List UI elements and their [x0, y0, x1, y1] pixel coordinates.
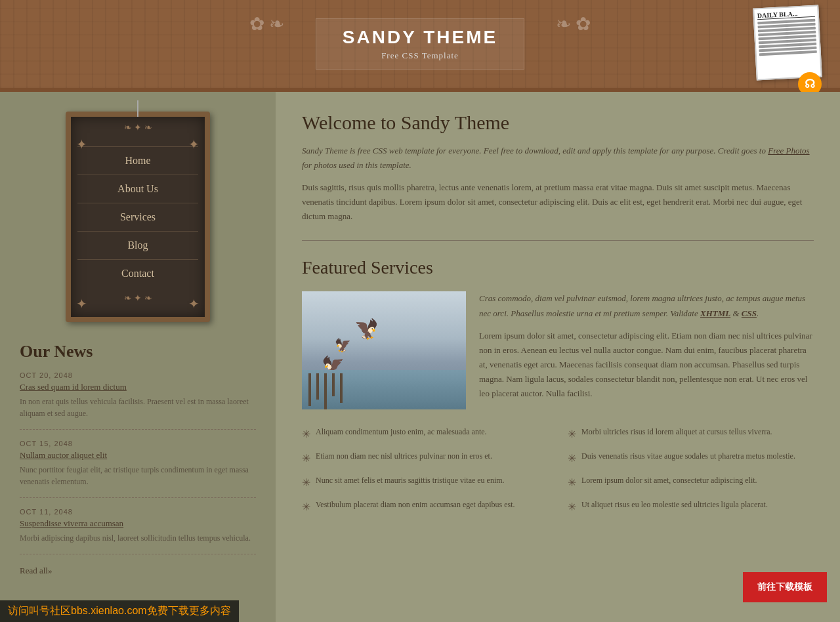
nav-menu-frame: ✦ ✦ ✦ ✦ Home About Us Services Blog Cont…: [66, 112, 210, 322]
xhtml-link[interactable]: XHTML: [700, 308, 730, 318]
news-item-2: OCT 15, 2048 Nullam auctor aliquet elit …: [20, 440, 256, 498]
news-title-2[interactable]: Nullam auctor aliquet elit: [20, 450, 256, 461]
bullet-item-8: ✳ Ut aliquet risus eu leo molestie sed u…: [568, 499, 814, 515]
nav-item-contact[interactable]: Contact: [77, 260, 198, 287]
news-date-2: OCT 15, 2048: [20, 440, 256, 447]
bullet-text-6: Duis venenatis risus vitae augue sodales…: [581, 450, 795, 462]
featured-image: 🦅 🦅 🦅: [302, 291, 466, 409]
bullet-star-7: ✳: [568, 475, 576, 491]
header-title-block: SANDY THEME Free CSS Template: [316, 18, 524, 70]
bullet-text-4: Vestibulum placerat diam non enim accums…: [316, 499, 515, 510]
news-date-3: OCT 11, 2048: [20, 508, 256, 516]
download-button[interactable]: 前往下载模板: [743, 572, 827, 602]
nav-item-about[interactable]: About Us: [77, 175, 198, 203]
bullet-text-3: Nunc sit amet felis et mauris sagittis t…: [316, 474, 505, 486]
bullet-star-5: ✳: [568, 426, 576, 442]
welcome-section: Welcome to Sandy Theme Sandy Theme is fr…: [302, 112, 814, 224]
bullet-item-1: ✳ Aliquam condimentum justo enim, ac mal…: [302, 426, 548, 442]
featured-image-block: 🦅 🦅 🦅: [302, 291, 814, 409]
bullet-item-5: ✳ Morbi ultricies risus id lorem aliquet…: [568, 426, 814, 442]
bullet-grid: ✳ Aliquam condimentum justo enim, ac mal…: [302, 426, 814, 515]
news-date-1: OCT 20, 2048: [20, 371, 256, 379]
bullet-star-8: ✳: [568, 499, 576, 515]
featured-heading: Featured Services: [302, 257, 814, 278]
featured-services-section: Featured Services 🦅 🦅 🦅: [302, 257, 814, 515]
bullet-text-5: Morbi ultricies risus id lorem aliquet a…: [581, 426, 772, 438]
free-photos-link[interactable]: Free Photos: [768, 146, 809, 156]
css-link[interactable]: CSS: [742, 308, 757, 318]
main-wrapper: ✦ ✦ ✦ ✦ Home About Us Services Blog Cont…: [0, 92, 840, 622]
news-excerpt-3: Morbi adipiscing dapibus nisl, laoreet s…: [20, 532, 256, 544]
bullet-star-3: ✳: [302, 475, 310, 491]
bird-1: 🦅: [354, 318, 379, 341]
featured-intro: Cras commodo, diam vel pulvinar euismod,…: [479, 291, 814, 320]
bullet-star-4: ✳: [302, 499, 310, 515]
site-subtitle: Free CSS Template: [343, 51, 497, 61]
bullet-star-6: ✳: [568, 451, 576, 466]
corner-deco-br: ✦: [188, 296, 200, 312]
bird-2: 🦅: [335, 337, 351, 353]
bullet-star-2: ✳: [302, 451, 310, 466]
news-title-1[interactable]: Cras sed quam id lorem dictum: [20, 382, 256, 392]
bullet-item-2: ✳ Etiam non diam nec nisl ultrices pulvi…: [302, 450, 548, 466]
news-excerpt-1: In non erat quis tellus vehicula facilis…: [20, 396, 256, 419]
posts-sim: [308, 373, 343, 409]
site-header: ✿ ❧ SANDY THEME Free CSS Template ❧ ✿ DA…: [0, 0, 840, 92]
bullet-text-1: Aliquam condimentum justo enim, ac males…: [316, 426, 487, 438]
seagull-image: 🦅 🦅 🦅: [302, 291, 466, 409]
nav-item-services[interactable]: Services: [77, 203, 198, 232]
header-deco-right: ❧ ✿: [556, 13, 591, 35]
main-nav: Home About Us Services Blog Contact: [77, 146, 198, 287]
footer-watermark: 访问叫号社区bbs.xienlao.com免费下载更多内容: [0, 600, 239, 622]
menu-bottom-deco: ❧ ✦ ❧: [77, 293, 198, 304]
bullet-star-1: ✳: [302, 426, 310, 442]
news-title-3[interactable]: Suspendisse viverra accumsan: [20, 518, 256, 529]
welcome-heading: Welcome to Sandy Theme: [302, 112, 814, 134]
news-item-1: OCT 20, 2048 Cras sed quam id lorem dict…: [20, 371, 256, 430]
section-divider: [302, 240, 814, 241]
news-item-3: OCT 11, 2048 Suspendisse viverra accumsa…: [20, 508, 256, 554]
our-news-heading: Our News: [20, 342, 256, 362]
welcome-intro: Sandy Theme is free CSS web template for…: [302, 144, 814, 173]
news-excerpt-2: Nunc porttitor feugiat elit, ac tristiqu…: [20, 464, 256, 487]
corner-deco-tr: ✦: [188, 136, 200, 152]
bullet-item-3: ✳ Nunc sit amet felis et mauris sagittis…: [302, 474, 548, 491]
main-content: Welcome to Sandy Theme Sandy Theme is fr…: [276, 92, 840, 622]
nav-item-home[interactable]: Home: [77, 146, 198, 175]
bullet-text-7: Lorem ipsum dolor sit amet, consectetur …: [581, 474, 757, 486]
nav-item-blog[interactable]: Blog: [77, 232, 198, 260]
featured-text: Cras commodo, diam vel pulvinar euismod,…: [479, 291, 814, 409]
read-all-link[interactable]: Read all»: [20, 566, 52, 575]
corner-deco-tl: ✦: [76, 136, 87, 152]
header-deco-left: ✿ ❧: [249, 13, 284, 35]
welcome-body: Duis sagittis, risus quis mollis pharetr…: [302, 180, 814, 224]
rss-symbol: ☊: [805, 77, 815, 91]
bullet-item-7: ✳ Lorem ipsum dolor sit amet, consectetu…: [568, 474, 814, 491]
our-news-section: Our News OCT 20, 2048 Cras sed quam id l…: [13, 342, 262, 576]
newspaper-icon: DAILY BLA...: [753, 5, 822, 80]
bullet-item-6: ✳ Duis venenatis risus vitae augue sodal…: [568, 450, 814, 466]
bullet-text-2: Etiam non diam nec nisl ultrices pulvina…: [316, 450, 492, 462]
bullet-item-4: ✳ Vestibulum placerat diam non enim accu…: [302, 499, 548, 515]
featured-body: Lorem ipsum dolor sit amet, consectetur …: [479, 329, 814, 401]
site-title: SANDY THEME: [343, 27, 497, 48]
sidebar: ✦ ✦ ✦ ✦ Home About Us Services Blog Cont…: [0, 92, 276, 622]
corner-deco-bl: ✦: [76, 296, 87, 312]
bullet-text-8: Ut aliquet risus eu leo molestie sed ult…: [581, 499, 768, 510]
